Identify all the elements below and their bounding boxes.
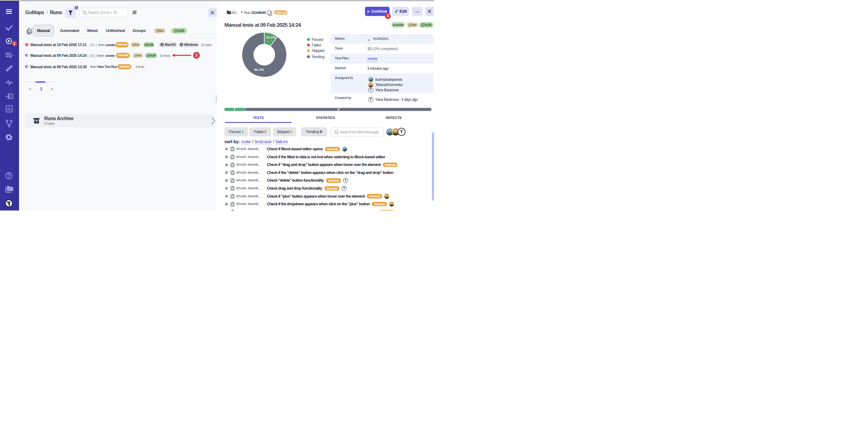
- svg-text:90.0%: 90.0%: [254, 68, 264, 72]
- svg-text:1: 1: [13, 42, 16, 46]
- svg-text:10.0%: 10.0%: [266, 36, 276, 39]
